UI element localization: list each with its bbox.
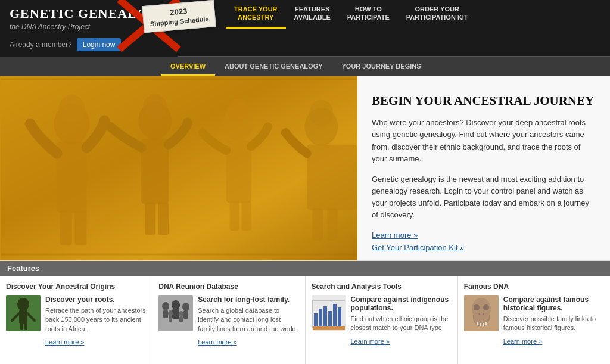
reunion-thumb-icon	[158, 295, 193, 331]
feature-bold-origins: Discover your roots.	[45, 295, 146, 304]
svg-rect-34	[172, 309, 179, 319]
feature-card-reunion: DNA Reunion Database	[152, 276, 305, 364]
svg-rect-36	[183, 310, 188, 319]
svg-rect-19	[327, 208, 338, 241]
features-section-header: Features	[0, 261, 610, 276]
feature-card-famous: Famous DNA	[458, 276, 610, 364]
svg-rect-47	[338, 307, 341, 326]
feature-card-title-reunion: DNA Reunion Database	[158, 282, 298, 291]
hero-relief-art	[0, 76, 357, 260]
feature-thumb-reunion	[158, 295, 193, 331]
feature-link-famous[interactable]: Learn more »	[503, 338, 542, 345]
feature-bold-famous: Compare against famous historical figure…	[503, 295, 604, 312]
feature-card-title-tools: Search and Analysis Tools	[312, 282, 452, 291]
svg-rect-18	[312, 208, 323, 241]
svg-rect-8	[145, 202, 155, 235]
svg-rect-3	[60, 210, 72, 245]
feature-desc-origins: Retrace the path of your ancestors back …	[45, 306, 146, 334]
feature-desc-reunion: Search a global database to identify and…	[198, 306, 298, 334]
svg-point-15	[228, 99, 249, 123]
svg-rect-4	[75, 210, 87, 245]
svg-rect-40	[179, 316, 183, 322]
hero-paragraph-2: Genetic genealogy is the newest and most…	[372, 173, 596, 222]
feature-link-origins[interactable]: Learn more »	[45, 338, 84, 346]
features-title: Features	[7, 264, 39, 273]
site-header: Genetic Genealogy the DNA Ancestry Proje…	[0, 0, 610, 57]
sub-nav-overview[interactable]: OVERVIEW	[161, 57, 215, 76]
feature-card-tools: Search and Analysis Tools	[306, 276, 458, 364]
sub-nav-journey[interactable]: YOUR JOURNEY BEGINS	[332, 57, 431, 76]
svg-point-24	[17, 298, 29, 311]
nav-item-order-kit[interactable]: ORDER YOURPARTICIPATION KIT	[398, 5, 477, 29]
svg-rect-17	[307, 145, 357, 210]
feature-bold-tools: Compare against indigenous populations.	[351, 295, 452, 312]
feature-card-title-famous: Famous DNA	[464, 282, 604, 291]
svg-rect-48	[313, 326, 345, 330]
origins-thumb-icon	[6, 295, 41, 331]
feature-link-tools[interactable]: Learn more »	[351, 338, 390, 345]
svg-rect-38	[169, 316, 172, 322]
hero-image	[0, 76, 357, 260]
svg-point-31	[162, 302, 169, 310]
famous-thumb-icon	[464, 295, 499, 331]
svg-point-39	[179, 311, 183, 317]
svg-rect-43	[319, 309, 322, 326]
hero-content: BEGIN YOUR ANCESTRAL JOURNEY Who were yo…	[357, 76, 610, 260]
svg-rect-29	[24, 323, 27, 330]
feature-thumb-tools	[312, 295, 346, 331]
get-kit-link[interactable]: Get Your Participation Kit »	[372, 243, 596, 252]
hero-section: BEGIN YOUR ANCESTRAL JOURNEY Who were yo…	[0, 76, 610, 261]
tools-thumb-icon	[312, 295, 346, 331]
sub-nav-about[interactable]: ABOUT GENETIC GENEALOGY	[215, 57, 332, 76]
svg-rect-45	[328, 311, 332, 326]
feature-card-origins: Discover Your Ancestral Origins Discover…	[0, 276, 152, 364]
svg-rect-42	[314, 313, 318, 326]
hero-paragraph-1: Who were your ancestors? Discover your d…	[372, 117, 596, 165]
svg-rect-46	[333, 304, 337, 326]
svg-rect-44	[323, 306, 327, 326]
sub-navigation: OVERVIEW ABOUT GENETIC GENEALOGY YOUR JO…	[0, 57, 610, 76]
login-button[interactable]: Login now	[77, 38, 122, 51]
svg-point-10	[143, 94, 167, 120]
svg-rect-28	[20, 323, 23, 330]
top-navigation: TRACE YOURANCESTRY FEATURESAVAILABLE HOW…	[178, 0, 610, 57]
feature-link-reunion[interactable]: Learn more »	[198, 338, 236, 346]
svg-rect-13	[230, 201, 239, 231]
svg-rect-14	[242, 201, 251, 231]
already-member-label: Already a member?	[10, 41, 72, 49]
nav-item-how-to[interactable]: HOW TOPARTICIPATE	[339, 5, 398, 29]
svg-point-54	[483, 304, 489, 310]
feature-desc-famous: Discover possible family links to famous…	[503, 315, 604, 333]
svg-point-35	[182, 303, 189, 311]
svg-rect-9	[158, 202, 169, 235]
nav-item-trace-ancestry[interactable]: TRACE YOURANCESTRY	[226, 5, 286, 29]
svg-rect-0	[1, 76, 357, 260]
svg-point-53	[474, 304, 480, 310]
hero-title: BEGIN YOUR ANCESTRAL JOURNEY	[372, 93, 596, 108]
feature-bold-reunion: Search for long-lost family.	[198, 295, 298, 304]
learn-more-link[interactable]: Learn more »	[372, 231, 596, 239]
svg-rect-25	[19, 310, 27, 324]
nav-item-features[interactable]: FEATURESAVAILABLE	[286, 5, 339, 29]
feature-thumb-famous	[464, 295, 499, 331]
feature-thumb-origins	[6, 295, 41, 331]
feature-desc-tools: Find out which ethnic group is the close…	[351, 315, 452, 333]
feature-card-title-origins: Discover Your Ancestral Origins	[6, 282, 146, 291]
svg-point-33	[172, 300, 180, 310]
svg-point-5	[59, 95, 85, 123]
svg-point-37	[168, 310, 173, 316]
svg-point-20	[309, 100, 333, 126]
svg-rect-32	[163, 310, 168, 318]
features-grid: Discover Your Ancestral Origins Discover…	[0, 276, 610, 364]
